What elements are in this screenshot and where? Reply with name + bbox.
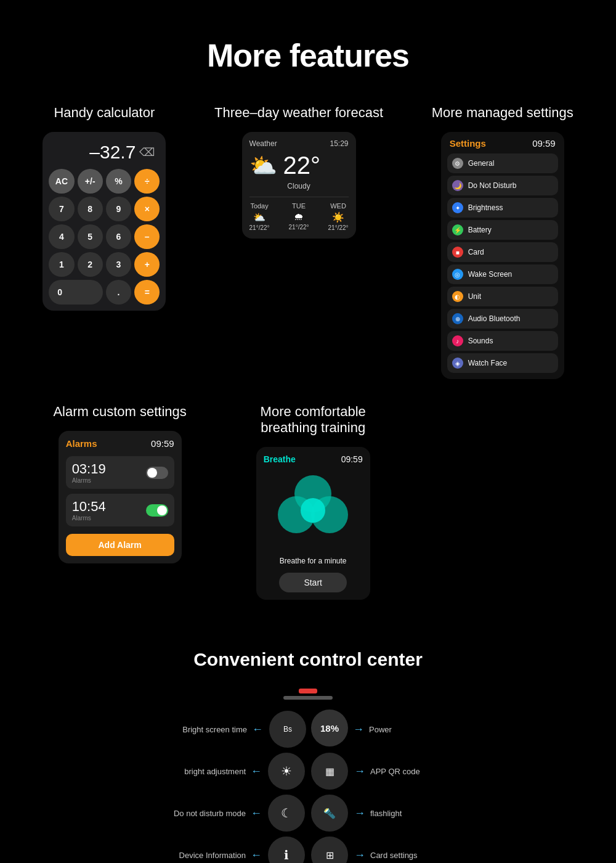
settings-panel: Settings 09:59 ⚙ General 🌙 Do Not Distur… (441, 132, 564, 379)
settings-list: ⚙ General 🌙 Do Not Disturb ✦ Brightness … (447, 153, 558, 373)
watch-top-indicator (299, 689, 317, 693)
ctrl-btn-qr[interactable]: ▦ (311, 753, 348, 790)
breathe-card: Breathe 09:59 Breathe for a minute Start (256, 447, 370, 600)
ctrl-arrow-right-3: → (354, 807, 365, 820)
weather-block: Three–day weather forecast Weather 15:29… (214, 105, 383, 239)
alarm-item-1054: 10:54 Alarms (66, 494, 174, 526)
calc-display: –32.7 ⌫ (49, 138, 160, 169)
settings-item-audio-label: Audio Bluetooth (468, 314, 521, 323)
ctrl-arrow-left-4: ← (251, 849, 262, 862)
weather-clock: 15:29 (330, 139, 349, 148)
settings-item-audio[interactable]: ⊕ Audio Bluetooth (447, 309, 558, 329)
breathe-time: 09:59 (341, 454, 363, 464)
ctrl-btn-moon[interactable]: ☾ (268, 795, 305, 832)
calc-btn-6[interactable]: 6 (106, 224, 131, 249)
ctrl-label-device-info: Device Information (135, 851, 246, 860)
ctrl-btn-flashlight[interactable]: 🔦 (311, 795, 348, 832)
brightness-icon: ✦ (452, 202, 463, 213)
settings-header: Settings 09:59 (447, 138, 558, 149)
settings-label: More managed settings (432, 105, 573, 121)
calc-btn-minus[interactable]: – (134, 224, 160, 249)
control-row-3: Do not disturb mode ← ☾ 🔦 → flashlight (135, 793, 481, 833)
calc-btn-plus[interactable]: + (134, 252, 160, 277)
calc-btn-8[interactable]: 8 (78, 197, 103, 221)
calc-btn-divide[interactable]: ÷ (134, 169, 160, 194)
calc-btn-multiply[interactable]: × (134, 197, 160, 221)
general-icon: ⚙ (452, 158, 463, 169)
breathe-title: Breathe (264, 454, 296, 464)
ctrl-arrow-left-3: ← (251, 807, 262, 820)
settings-item-brightness[interactable]: ✦ Brightness (447, 198, 558, 218)
calc-btn-equals[interactable]: = (134, 280, 160, 305)
weather-day-tue: TUE 🌧 21°/22° (289, 202, 309, 231)
settings-item-battery-label: Battery (468, 226, 492, 234)
alarm-sub-0319: Alarms (72, 477, 106, 484)
settings-item-unit[interactable]: ◐ Unit (447, 287, 558, 306)
calc-btn-percent[interactable]: % (106, 169, 131, 194)
unit-icon: ◐ (452, 291, 463, 302)
settings-item-wakescreen[interactable]: ◎ Wake Screen (447, 264, 558, 284)
settings-item-watchface[interactable]: ◈ Watch Face (447, 353, 558, 373)
dnd-icon: 🌙 (452, 180, 463, 191)
ctrl-arrow-right-2: → (354, 765, 365, 778)
alarm-sub-1054: Alarms (72, 515, 106, 521)
settings-item-watchface-label: Watch Face (468, 359, 508, 367)
settings-item-card-label: Card (468, 248, 484, 256)
calc-btn-7[interactable]: 7 (49, 197, 74, 221)
settings-item-battery[interactable]: ⚡ Battery (447, 220, 558, 240)
ctrl-btn-sun[interactable]: ☀ (268, 753, 305, 790)
weather-label: Three–day weather forecast (214, 105, 383, 121)
alarm-card: Alarms 09:59 03:19 Alarms 10:54 Alarms (59, 431, 182, 563)
ctrl-btn-bs[interactable]: Bs (269, 711, 306, 748)
alarm-toggle-0319[interactable] (146, 467, 168, 479)
add-alarm-button[interactable]: Add Alarm (66, 534, 174, 556)
weather-header: Weather 15:29 (249, 139, 349, 148)
ctrl-btn-percent[interactable]: 18% (311, 710, 348, 746)
ctrl-btn-card-settings[interactable]: ⊞ (311, 836, 348, 863)
ctrl-label-card-settings: Card settings (370, 851, 481, 860)
ctrl-btn-pair-3: ☾ 🔦 (267, 793, 349, 833)
alarm-toggle-1054[interactable] (146, 504, 168, 517)
ctrl-label-flashlight: flashlight (370, 809, 481, 818)
settings-item-general[interactable]: ⚙ General (447, 153, 558, 173)
toggle-knob-on (157, 505, 167, 515)
settings-item-sounds[interactable]: ♪ Sounds (447, 331, 558, 351)
calc-btn-plusminus[interactable]: +/- (78, 169, 103, 194)
watch-status-bar (283, 696, 333, 700)
ctrl-arrow-left-1: ← (252, 723, 263, 736)
weather-temp: 22° (283, 152, 321, 179)
svg-point-3 (301, 498, 325, 523)
settings-time: 09:59 (532, 138, 556, 149)
calc-btn-1[interactable]: 1 (49, 252, 74, 277)
settings-item-unit-label: Unit (468, 292, 481, 301)
start-button[interactable]: Start (279, 573, 347, 592)
battery-icon: ⚡ (452, 224, 463, 235)
calc-btn-2[interactable]: 2 (78, 252, 103, 277)
calc-btn-ac[interactable]: AC (49, 169, 74, 194)
settings-item-dnd[interactable]: 🌙 Do Not Disturb (447, 176, 558, 195)
ctrl-arrow-right-4: → (354, 849, 365, 862)
weather-forecast-row: Today ⛅ 21°/22° TUE 🌧 21°/22° WED ☀️ 21°… (249, 197, 349, 231)
calc-btn-0[interactable]: 0 (49, 280, 103, 305)
backspace-icon[interactable]: ⌫ (139, 145, 155, 159)
weather-condition: Cloudy (249, 182, 349, 190)
ctrl-label-qr: APP QR code (370, 767, 481, 776)
calc-btn-3[interactable]: 3 (106, 252, 131, 277)
ctrl-btn-info[interactable]: ℹ (268, 836, 305, 863)
middle-row: Alarm custom settings Alarms 09:59 03:19… (0, 404, 616, 600)
calc-btn-5[interactable]: 5 (78, 224, 103, 249)
control-grid: Bright screen time ← Bs 18% → Power brig… (0, 710, 616, 863)
ctrl-label-bright-adj: bright adjustment (135, 767, 246, 776)
settings-title: Settings (450, 138, 486, 149)
ctrl-btn-pair-2: ☀ ▦ (267, 751, 349, 791)
calc-btn-4[interactable]: 4 (49, 224, 74, 249)
ctrl-arrow-left-2: ← (251, 765, 262, 778)
wakescreen-icon: ◎ (452, 269, 463, 280)
settings-item-card[interactable]: ■ Card (447, 242, 558, 262)
calc-btn-dot[interactable]: . (106, 280, 131, 305)
alarm-label: Alarm custom settings (53, 404, 186, 420)
weather-main: ⛅ 22° (249, 152, 349, 179)
alarm-time-0319: 03:19 (72, 461, 106, 477)
calc-btn-9[interactable]: 9 (106, 197, 131, 221)
page-title: More features (0, 0, 616, 105)
